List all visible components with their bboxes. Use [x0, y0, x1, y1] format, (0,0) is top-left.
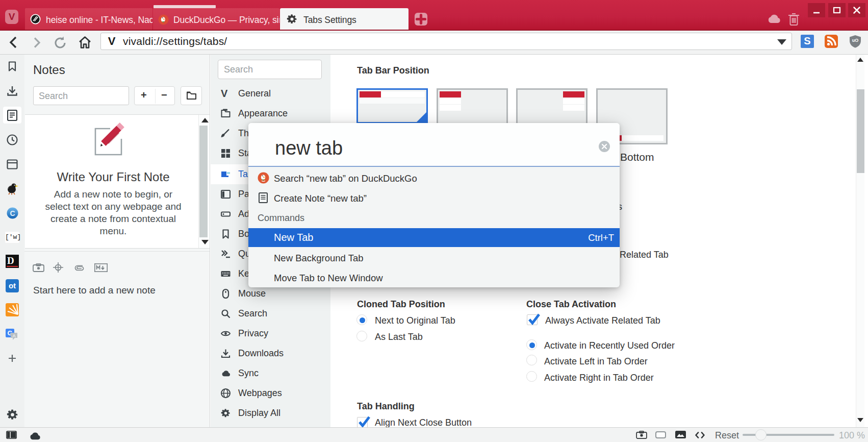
svg-text:C: C: [10, 209, 15, 217]
svg-text:uO: uO: [852, 38, 859, 43]
svg-text:A: A: [12, 333, 15, 338]
